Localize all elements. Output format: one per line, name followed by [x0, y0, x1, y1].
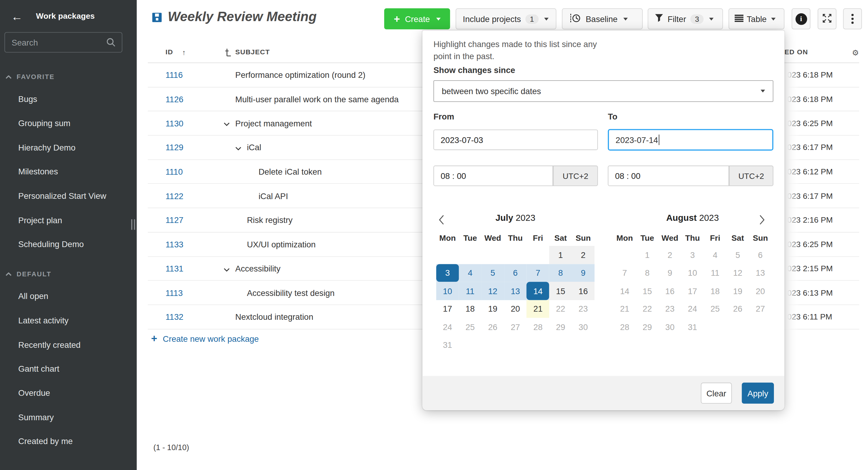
- back-arrow-icon[interactable]: ←: [11, 10, 23, 22]
- work-package-id-link[interactable]: 1116: [165, 70, 183, 80]
- fullscreen-button[interactable]: [818, 8, 836, 30]
- calendar-day[interactable]: 10: [436, 282, 459, 300]
- calendar-day[interactable]: 4: [459, 264, 482, 282]
- sidebar-item-grouping-sum[interactable]: Grouping sum: [0, 111, 136, 135]
- from-time-field[interactable]: [433, 166, 553, 186]
- column-header-id[interactable]: ID: [165, 48, 173, 56]
- sidebar-item-hierachy-demo[interactable]: Hierachy Demo: [0, 135, 136, 160]
- show-changes-mode-select[interactable]: between two specific dates: [433, 80, 773, 102]
- apply-button[interactable]: Apply: [742, 382, 774, 404]
- work-package-subject: Project management: [235, 119, 312, 128]
- calendar-day: 11: [704, 264, 726, 282]
- to-label: To: [608, 112, 617, 121]
- from-timezone-label: UTC+2: [553, 166, 598, 186]
- gear-icon[interactable]: ⚙: [852, 48, 859, 57]
- sidebar-section-header-default[interactable]: DEFAULT: [0, 264, 136, 284]
- calendar-day[interactable]: 15: [549, 282, 572, 300]
- to-date-field[interactable]: 2023-07-14: [608, 129, 773, 151]
- sidebar-item-milestones[interactable]: Milestones: [0, 160, 136, 184]
- pagination-info: (1 - 10/10): [153, 443, 189, 451]
- calendar-day[interactable]: 14: [527, 282, 549, 300]
- sidebar-item-created-by-me[interactable]: Created by me: [0, 429, 136, 453]
- updated-on-column-header[interactable]: ED ON: [784, 48, 808, 56]
- from-label: From: [433, 112, 454, 121]
- calendar-day[interactable]: 17: [436, 300, 459, 318]
- work-package-id-link[interactable]: 1132: [165, 312, 183, 321]
- chevron-down-icon: [771, 18, 776, 20]
- include-projects-button[interactable]: Include projects 1: [456, 8, 556, 30]
- calendar-day[interactable]: 2: [572, 246, 594, 264]
- to-time-field[interactable]: [608, 166, 729, 186]
- calendar-day[interactable]: 16: [572, 282, 594, 300]
- calendar-empty-cell: [504, 246, 527, 264]
- calendar-day[interactable]: 1: [549, 246, 572, 264]
- sidebar-item-summary[interactable]: Summary: [0, 405, 136, 429]
- info-button[interactable]: i: [792, 8, 810, 30]
- sidebar-item-recently-created[interactable]: Recently created: [0, 333, 136, 356]
- sidebar-item-gantt-chart[interactable]: Gantt chart: [0, 356, 136, 381]
- calendar-day[interactable]: 18: [459, 300, 482, 318]
- chevron-down-icon: [709, 18, 714, 20]
- calendar-day[interactable]: 5: [482, 264, 504, 282]
- column-header-subject[interactable]: SUBJECT: [235, 48, 270, 56]
- sidebar-item-scheduling-demo[interactable]: Scheduling Demo: [0, 232, 136, 256]
- calendar-empty-cell: [704, 318, 726, 336]
- search-icon[interactable]: [106, 38, 116, 50]
- sidebar-item-all-open[interactable]: All open: [0, 284, 136, 308]
- from-date-field[interactable]: [433, 130, 598, 150]
- sidebar-item-project-plan[interactable]: Project plan: [0, 208, 136, 232]
- work-package-id-link[interactable]: 1113: [165, 288, 183, 297]
- sidebar-item-bugs[interactable]: Bugs: [0, 87, 136, 111]
- calendar-day[interactable]: 12: [482, 282, 504, 300]
- plus-icon: +: [151, 333, 157, 344]
- calendar-empty-cell: [436, 246, 459, 264]
- updated-on-value: 2023 6:18 PM: [783, 71, 833, 79]
- calendar-day: 27: [504, 318, 527, 336]
- calendar-day[interactable]: 21: [527, 300, 549, 318]
- sidebar-item-personalized-start-view[interactable]: Personalized Start View: [0, 184, 136, 208]
- collapse-chevron-icon[interactable]: [235, 143, 241, 152]
- work-package-id-link[interactable]: 1133: [165, 240, 183, 249]
- calendar-day[interactable]: 20: [504, 300, 527, 318]
- work-package-id-link[interactable]: 1122: [165, 191, 183, 200]
- work-package-id-link[interactable]: 1129: [165, 143, 183, 152]
- work-package-id-link[interactable]: 1126: [165, 94, 183, 104]
- collapse-chevron-icon[interactable]: [224, 264, 230, 273]
- updated-on-value: 2023 6:17 PM: [783, 143, 833, 152]
- clear-button[interactable]: Clear: [701, 382, 732, 404]
- calendar-day[interactable]: 7: [527, 264, 549, 282]
- calendar-day: 28: [614, 318, 636, 336]
- save-icon[interactable]: [152, 13, 162, 25]
- create-new-work-package-link[interactable]: + Create new work package: [151, 333, 259, 344]
- calendar-day[interactable]: 6: [504, 264, 527, 282]
- sidebar-item-overdue[interactable]: Overdue: [0, 381, 136, 405]
- table-view-button[interactable]: Table: [728, 8, 784, 30]
- calendar-day: 22: [549, 300, 572, 318]
- sidebar-resize-grip[interactable]: [131, 219, 135, 230]
- collapse-chevron-icon[interactable]: [224, 119, 230, 128]
- more-menu-button[interactable]: [843, 8, 862, 30]
- sidebar-item-latest-activity[interactable]: Latest activity: [0, 308, 136, 332]
- work-package-id-link[interactable]: 1127: [165, 215, 183, 225]
- create-button[interactable]: + Create: [384, 8, 450, 30]
- table-rows-icon: [735, 14, 743, 24]
- baseline-button[interactable]: Baseline: [562, 8, 643, 30]
- calendar-day: 21: [614, 300, 636, 318]
- calendar-day[interactable]: 9: [572, 264, 594, 282]
- calendar-day[interactable]: 11: [459, 282, 482, 300]
- calendar-day[interactable]: 3: [436, 264, 459, 282]
- calendar-day: 8: [636, 264, 659, 282]
- calendar-day[interactable]: 8: [549, 264, 572, 282]
- work-package-id-link[interactable]: 1110: [165, 167, 183, 177]
- search-input[interactable]: [4, 32, 122, 53]
- calendar-day: 19: [726, 282, 749, 300]
- calendar-day[interactable]: 13: [504, 282, 527, 300]
- work-package-id-link[interactable]: 1130: [165, 119, 183, 128]
- filter-button[interactable]: Filter 3: [648, 8, 723, 30]
- hierarchy-icon[interactable]: [225, 48, 231, 59]
- page-title: Weekly Review Meeting: [168, 9, 317, 24]
- sidebar-section-header-favorite[interactable]: FAVORITE: [0, 67, 136, 87]
- calendar-day: 3: [681, 246, 704, 264]
- calendar-day[interactable]: 19: [482, 300, 504, 318]
- work-package-id-link[interactable]: 1131: [165, 264, 183, 273]
